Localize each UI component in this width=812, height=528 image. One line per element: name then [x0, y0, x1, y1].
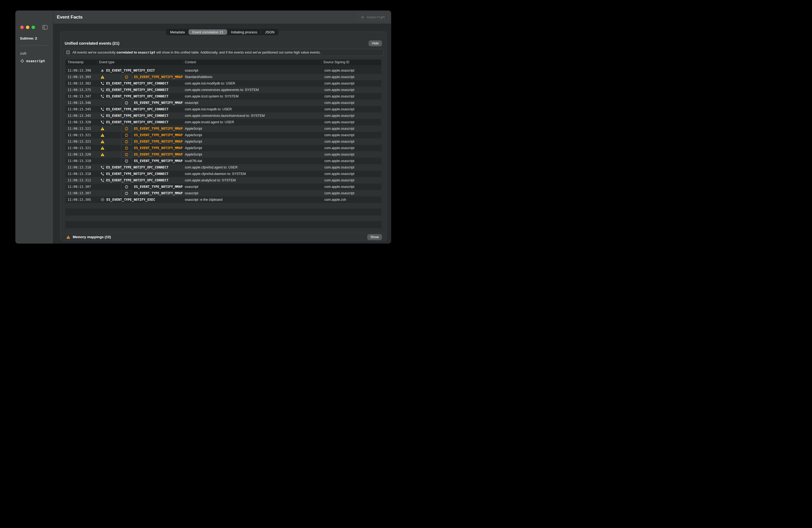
table-header-row: TimestampEvent typeContextSource Signing… [66, 59, 381, 65]
tab-metadata[interactable]: Metadata [166, 29, 188, 35]
tab-initiating-process[interactable]: Initiating process [227, 29, 261, 35]
timestamp-cell: 11:08:13.393 [66, 75, 97, 79]
event-type-cell: ES_EVENT_TYPE_NOTIFY_MMAP [97, 151, 183, 158]
timestamp-cell: 11:08:13.321 [66, 127, 97, 131]
table-row[interactable]: 11:08:13.307ES_EVENT_TYPE_NOTIFY_MMAPosa… [66, 183, 381, 190]
event-type-label: ES_EVENT_TYPE_NOTIFY_MMAP [134, 185, 183, 188]
minimize-window-icon[interactable] [26, 26, 29, 29]
timestamp-cell: 11:08:13.328 [66, 120, 97, 124]
source-signing-id-cell: com.apple.osascript [321, 88, 381, 92]
event-type-label: ES_EVENT_TYPE_NOTIFY_MMAP [134, 191, 183, 195]
sidebar-toggle-icon[interactable] [42, 25, 48, 30]
table-row[interactable]: 11:08:13.375ES_EVENT_TYPE_NOTIFY_XPC_CON… [66, 87, 381, 93]
app-window: Subtree: 2 zsh osascript Event Facts [15, 11, 391, 243]
tab-json[interactable]: JSON [261, 29, 278, 35]
source-signing-id-cell: com.apple.osascript [321, 140, 381, 144]
phone-icon [101, 120, 104, 124]
event-type-cell: ES_EVENT_TYPE_NOTIFY_XPC_CONNECT [97, 88, 183, 92]
timestamp-cell: 11:08:13.307 [66, 185, 97, 188]
table-row[interactable]: 11:08:13.318ES_EVENT_TYPE_NOTIFY_XPC_CON… [66, 171, 381, 177]
event-type-cell: ES_EVENT_TYPE_NOTIFY_XPC_CONNECT [97, 81, 183, 85]
source-signing-id-cell: com.apple.osascript [321, 159, 381, 163]
phone-icon [101, 107, 104, 111]
table-row[interactable]: 11:08:13.345ES_EVENT_TYPE_NOTIFY_XPC_CON… [66, 106, 381, 112]
context-cell: com.apple.lsd.mapdb to: USER [183, 107, 321, 111]
table-row[interactable]: 11:08:13.345ES_EVENT_TYPE_NOTIFY_XPC_CON… [66, 112, 381, 119]
panel-title: Unified correlated events (21) [65, 41, 119, 45]
event-type-cell: ES_EVENT_TYPE_NOTIFY_MMAP [97, 158, 183, 164]
event-type-label: ES_EVENT_TYPE_NOTIFY_MMAP [134, 140, 183, 144]
table-row[interactable]: 11:08:13.319ES_EVENT_TYPE_NOTIFY_MMAPicu… [66, 158, 381, 164]
close-window-icon[interactable] [20, 26, 24, 29]
timestamp-cell: 11:08:13.318 [66, 172, 97, 176]
show-button[interactable]: Show [367, 234, 382, 240]
hide-button[interactable]: Hide [368, 40, 382, 46]
tab-bar: MetadataEvent correlation 21Initiating p… [166, 29, 278, 35]
event-type-cell: ES_EVENT_TYPE_NOTIFY_MMAP [97, 138, 183, 145]
table-row[interactable]: 11:08:13.382ES_EVENT_TYPE_NOTIFY_XPC_CON… [66, 80, 381, 87]
seal-check-icon [101, 197, 104, 201]
context-cell: StandardAdditions [183, 75, 321, 79]
source-signing-id-cell: com.apple.osascript [321, 178, 381, 182]
table-row[interactable]: 11:08:13.307ES_EVENT_TYPE_NOTIFY_MMAPosa… [66, 190, 381, 196]
table-row[interactable]: 11:08:13.312ES_EVENT_TYPE_NOTIFY_XPC_CON… [66, 177, 381, 183]
event-type-label: ES_EVENT_TYPE_NOTIFY_EXIT [106, 69, 155, 72]
source-signing-id-cell: com.apple.zsh [321, 198, 381, 201]
table-row[interactable]: 11:08:13.328ES_EVENT_TYPE_NOTIFY_XPC_CON… [66, 119, 381, 125]
event-type-cell: ES_EVENT_TYPE_NOTIFY_XPC_CONNECT [97, 107, 183, 111]
event-type-cell: ES_EVENT_TYPE_NOTIFY_MMAP [97, 100, 183, 106]
source-signing-id-cell: com.apple.osascript [321, 133, 381, 137]
chip-icon [121, 125, 132, 132]
table-row[interactable]: 11:08:13.398ES_EVENT_TYPE_NOTIFY_EXITosa… [66, 67, 381, 74]
table-row[interactable]: 11:08:13.321ES_EVENT_TYPE_NOTIFY_MMAPApp… [66, 132, 381, 138]
source-signing-id-cell: com.apple.osascript [321, 81, 381, 85]
context-cell: AppleScript [183, 140, 321, 144]
column-header-event-type: Event type [97, 59, 183, 65]
event-type-cell: ES_EVENT_TYPE_NOTIFY_XPC_CONNECT [97, 172, 183, 176]
table-row[interactable]: 11:08:13.321ES_EVENT_TYPE_NOTIFY_MMAPApp… [66, 145, 381, 151]
events-panel: Unified correlated events (21) Hide All … [60, 31, 387, 241]
crosshair-icon [361, 15, 364, 19]
chip-icon [121, 183, 132, 190]
timestamp-cell: 11:08:13.318 [66, 166, 97, 169]
context-cell: AppleScript [183, 146, 321, 150]
panel-header: Unified correlated events (21) Hide [65, 40, 382, 46]
table-row[interactable]: 11:08:13.321ES_EVENT_TYPE_NOTIFY_MMAPApp… [66, 125, 381, 132]
sidebar-item-osascript[interactable]: osascript [20, 59, 45, 63]
event-type-label: ES_EVENT_TYPE_NOTIFY_MMAP [134, 101, 183, 105]
table-row[interactable]: 11:08:13.305ES_EVENT_TYPE_NOTIFY_EXECosa… [66, 196, 381, 203]
event-type-label: ES_EVENT_TYPE_NOTIFY_MMAP [134, 127, 183, 131]
timestamp-cell: 11:08:13.307 [66, 191, 97, 195]
context-cell: com.apple.trustd.agent to: USER [183, 120, 321, 124]
titlebar: Event Facts osascript [53, 11, 391, 24]
event-type-label: ES_EVENT_TYPE_NOTIFY_MMAP [134, 133, 183, 137]
table-row[interactable]: 11:08:13.393ES_EVENT_TYPE_NOTIFY_MMAPSta… [66, 74, 381, 80]
empty-row-stripe [66, 203, 381, 209]
chip-icon [121, 145, 132, 151]
zoom-window-icon[interactable] [31, 26, 35, 29]
sidebar-item-zsh[interactable]: zsh [20, 51, 26, 56]
event-type-cell: ES_EVENT_TYPE_NOTIFY_EXEC [97, 197, 183, 201]
events-table-body: 11:08:13.398ES_EVENT_TYPE_NOTIFY_EXITosa… [66, 67, 381, 203]
table-row[interactable]: 11:08:13.346ES_EVENT_TYPE_NOTIFY_MMAPosa… [66, 100, 381, 106]
event-type-label: ES_EVENT_TYPE_NOTIFY_MMAP [134, 159, 183, 163]
source-signing-id-cell: com.apple.osascript [321, 69, 381, 72]
table-row[interactable]: 11:08:13.320ES_EVENT_TYPE_NOTIFY_MMAPApp… [66, 151, 381, 158]
chip-icon [121, 158, 132, 164]
tab-event-correlation-21[interactable]: Event correlation 21 [189, 29, 227, 35]
table-row[interactable]: 11:08:13.321ES_EVENT_TYPE_NOTIFY_MMAPApp… [66, 138, 381, 145]
empty-row-stripe [66, 228, 381, 232]
process-chip[interactable]: osascript [357, 14, 389, 20]
chip-icon [121, 100, 132, 106]
source-signing-id-cell: com.apple.osascript [321, 146, 381, 150]
timestamp-cell: 11:08:13.305 [66, 198, 97, 201]
warning-icon [101, 127, 104, 131]
timestamp-cell: 11:08:13.375 [66, 88, 97, 92]
warning-icon [101, 140, 104, 144]
table-row[interactable]: 11:08:13.318ES_EVENT_TYPE_NOTIFY_XPC_CON… [66, 164, 381, 171]
source-signing-id-cell: com.apple.osascript [321, 107, 381, 111]
phone-icon [101, 88, 104, 92]
empty-row-stripe [66, 215, 381, 221]
event-type-label: ES_EVENT_TYPE_NOTIFY_XPC_CONNECT [106, 81, 169, 85]
table-row[interactable]: 11:08:13.347ES_EVENT_TYPE_NOTIFY_XPC_CON… [66, 93, 381, 100]
